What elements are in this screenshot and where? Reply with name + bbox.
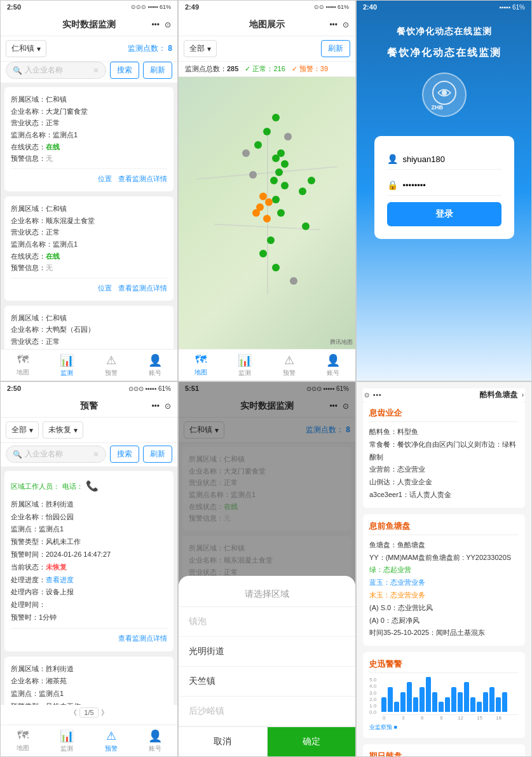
more-icon-6[interactable]: ••• xyxy=(373,392,382,399)
alert-filter-dropdown[interactable]: 全部 ▾ xyxy=(6,421,39,439)
monitor-nav-icon: 📊 xyxy=(60,353,74,367)
status-time-2: 2:49 xyxy=(185,3,199,11)
nav-monitor-1[interactable]: 📊 监测 xyxy=(45,350,90,381)
nav-monitor-2[interactable]: 📊 监测 xyxy=(223,350,268,381)
online-status-2: 在线 xyxy=(46,252,60,260)
username-field: 👤 xyxy=(387,149,501,170)
chart-bar-17 xyxy=(489,687,494,712)
nav-account-4[interactable]: 👤 账号 xyxy=(133,725,178,756)
username-input[interactable] xyxy=(403,154,510,164)
location-link-1[interactable]: 位置 xyxy=(98,173,112,185)
region-item-0[interactable]: 镇泡 xyxy=(179,607,355,637)
phone-icon-1[interactable]: 📞 xyxy=(86,477,99,496)
map-view[interactable]: 腾讯地图 xyxy=(179,77,355,349)
more-icon-2[interactable]: ••• xyxy=(329,20,338,29)
map-refresh-btn[interactable]: 刷新 xyxy=(321,40,350,57)
nav-map-2[interactable]: 🗺 地图 xyxy=(179,350,223,381)
nav-alert-4[interactable]: ⚠ 预警 xyxy=(89,725,133,756)
region-item-1[interactable]: 光明街道 xyxy=(179,637,355,667)
next-page-btn[interactable]: 》 xyxy=(101,708,108,718)
status-icons-3: ▪▪▪▪▪ 61% xyxy=(499,4,525,11)
account-nav-icon: 👤 xyxy=(148,353,162,367)
nav-map-1[interactable]: 🗺 地图 xyxy=(1,350,45,381)
chart-bar-18 xyxy=(496,697,501,713)
section1-title: 息齿业企 xyxy=(369,407,519,422)
region-select-sheet: 请选择区域 镇泡 光明街道 天竺镇 后沙峪镇 石渠道 取消 确定 xyxy=(179,576,355,756)
bottom-nav-2: 🗺 地图 📊 监测 ⚠ 预警 👤 账号 xyxy=(179,349,355,381)
alert-search-btn[interactable]: 搜索 xyxy=(110,446,139,463)
target-icon-2[interactable]: ⊙ xyxy=(343,20,349,29)
region-confirm-button[interactable]: 确定 xyxy=(268,727,356,756)
nav-monitor-4[interactable]: 📊 监测 xyxy=(45,725,90,756)
refresh-button-1[interactable]: 刷新 xyxy=(143,62,172,79)
app-header-2: 地图展示 ••• ⊙ xyxy=(179,13,355,36)
login-subtitle: 餐饮净化动态在线监测 xyxy=(387,46,501,60)
monitor-card-1: 所属区域：仁和镇 企业名称：大龙门窗食堂 营业状态：正常 监测点名称：监测点1 … xyxy=(4,87,174,191)
section4-title: 期日韩盘 xyxy=(369,751,519,757)
section3-title: 史迅警警 xyxy=(369,658,519,673)
card-footer-2: 位置 查看监测点详情 xyxy=(11,278,167,294)
worker-row-1: 区域工作人员： 电话： 📞 xyxy=(11,477,167,496)
right-panel-inner: ⊙ ••• 酷料鱼塘盘 › 息齿业企 酷料鱼：料型鱼 常食餐：餐饮净化自由区内门… xyxy=(357,382,531,757)
chart-bar-14 xyxy=(470,697,475,713)
clear-icon-4[interactable]: ✕ xyxy=(93,450,99,459)
search-button-1[interactable]: 搜索 xyxy=(110,62,139,79)
login-logo: ZHB xyxy=(422,72,467,117)
prev-page-btn[interactable]: 《 xyxy=(70,708,77,718)
alert-refresh-btn[interactable]: 刷新 xyxy=(143,446,172,463)
nav-alert-2[interactable]: ⚠ 预警 xyxy=(267,350,311,381)
back-arrow-icon[interactable]: › xyxy=(522,392,524,399)
login-button[interactable]: 登录 xyxy=(387,202,501,226)
password-field: 🔒 xyxy=(387,175,501,196)
chart-bar-8 xyxy=(432,692,437,712)
right-section-4: 期日韩盘 《 2025年 目下#F202 》 日 六 五 四 三 二 一 7 6… xyxy=(363,744,525,757)
alert-nav-icon: ⚠ xyxy=(106,353,116,367)
target-icon-4[interactable]: ⊙ xyxy=(165,402,171,411)
map-toolbar: 全部 ▾ 刷新 xyxy=(179,36,355,62)
monitor-card-2: 所属区域：仁和镇 企业名称：顺东混凝土食堂 营业状态：正常 监测点名称：监测点1… xyxy=(4,196,174,301)
chart-area: 5.0 4.0 3.0 2.0 1.0 0.0 0369121518 xyxy=(369,677,519,721)
page-title-1: 实时数据监测 xyxy=(62,19,116,31)
region-item-3[interactable]: 后沙峪镇 xyxy=(179,697,355,726)
region-item-2[interactable]: 天竺镇 xyxy=(179,667,355,697)
map-filter-dropdown[interactable]: 全部 ▾ xyxy=(184,40,217,57)
status-time-4: 2:50 xyxy=(7,385,21,392)
nav-account-1[interactable]: 👤 账号 xyxy=(133,350,178,381)
more-icon[interactable]: ••• xyxy=(151,20,160,29)
progress-link-1[interactable]: 查看进度 xyxy=(46,576,74,583)
detail-link-1[interactable]: 查看监测点详情 xyxy=(118,173,167,185)
clear-icon[interactable]: ✕ xyxy=(93,66,99,75)
tencent-logo: 腾讯地图 xyxy=(330,338,353,346)
nav-map-4[interactable]: 🗺 地图 xyxy=(1,725,45,756)
region-footer: 取消 确定 xyxy=(179,726,355,756)
status-icons-1: ⊙⊙⊙ ▪▪▪▪▪ 61% xyxy=(131,4,171,10)
detail-link-2[interactable]: 查看监测点详情 xyxy=(118,282,167,294)
chart-bar-2 xyxy=(394,702,399,712)
password-input[interactable] xyxy=(403,181,510,190)
chevron-down-icon-4: ▾ xyxy=(29,426,33,435)
login-background: 餐饮净化动态在线监测 餐饮净化动态在线监测 ZHB 👤 xyxy=(357,1,531,381)
page-title-4: 预警 xyxy=(80,400,98,412)
alert-detail-link-1[interactable]: 查看监测点详情 xyxy=(118,632,167,645)
chart-bar-12 xyxy=(458,692,463,712)
page-indicator: 《 1/5 》 xyxy=(1,705,177,720)
header-icons-1: ••• ⊙ xyxy=(151,20,171,29)
alert-search-toolbar: 🔍 入企业名称 ✕ 搜索 刷新 xyxy=(1,443,177,467)
nav-account-2[interactable]: 👤 账号 xyxy=(311,350,356,381)
nav-alert-1[interactable]: ⚠ 预警 xyxy=(89,350,133,381)
status-bar-1: 2:50 ⊙⊙⊙ ▪▪▪▪▪ 61% xyxy=(1,1,177,13)
location-link-2[interactable]: 位置 xyxy=(98,282,112,294)
search-box-1: 🔍 入企业名称 ✕ xyxy=(6,62,106,79)
region-cancel-button[interactable]: 取消 xyxy=(179,727,268,756)
search-icon-4: 🔍 xyxy=(13,450,22,459)
more-icon-4[interactable]: ••• xyxy=(151,402,160,411)
chart-bar-5 xyxy=(413,697,418,713)
map-stats: 监测点总数：285 ✓ 正常：216 ✓ 预警：39 xyxy=(179,62,355,77)
target-icon[interactable]: ⊙ xyxy=(165,20,171,29)
chart-bar-11 xyxy=(451,687,456,712)
chart-bar-10 xyxy=(445,697,450,713)
panel-title: 酷料鱼塘盘 xyxy=(480,390,518,400)
region-dropdown[interactable]: 仁和镇 ▾ xyxy=(6,40,46,57)
page-title-2: 地图展示 xyxy=(249,19,285,31)
alert-status-dropdown[interactable]: 未恢复 ▾ xyxy=(43,421,83,439)
